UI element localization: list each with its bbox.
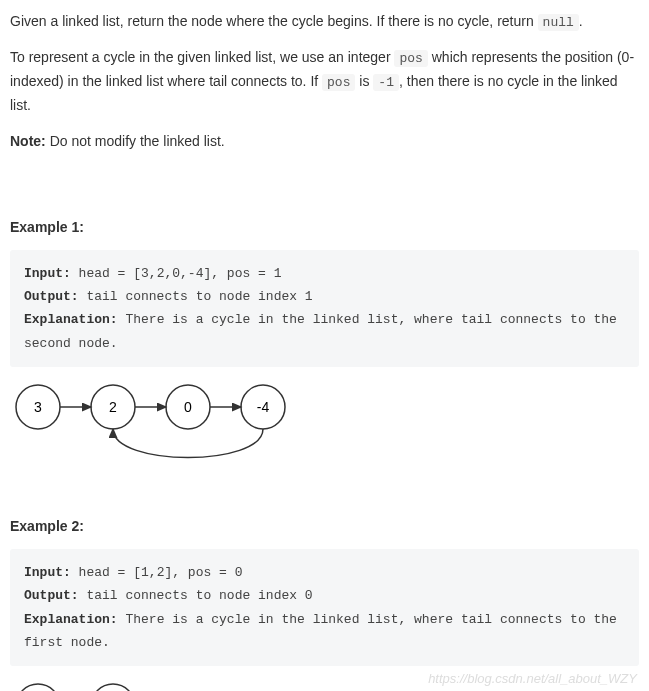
output-label: Output: xyxy=(24,289,79,304)
intro-paragraph-1: Given a linked list, return the node whe… xyxy=(10,10,639,34)
input-label: Input: xyxy=(24,266,71,281)
text: is xyxy=(355,73,373,89)
note-label: Note: xyxy=(10,133,46,149)
text: Given a linked list, return the node whe… xyxy=(10,13,538,29)
example2-heading: Example 2: xyxy=(10,515,639,539)
example1-heading: Example 1: xyxy=(10,216,639,240)
svg-point-8 xyxy=(91,684,135,691)
svg-point-7 xyxy=(16,684,60,691)
input-label: Input: xyxy=(24,565,71,580)
node-2: 2 xyxy=(109,399,117,415)
intro-paragraph-2: To represent a cycle in the given linked… xyxy=(10,46,639,118)
note-paragraph: Note: Do not modify the linked list. xyxy=(10,130,639,154)
explanation-label: Explanation: xyxy=(24,612,118,627)
code-pos: pos xyxy=(322,74,355,91)
output-label: Output: xyxy=(24,588,79,603)
note-text: Do not modify the linked list. xyxy=(46,133,225,149)
output-text: tail connects to node index 1 xyxy=(79,289,313,304)
text: . xyxy=(579,13,583,29)
output-text: tail connects to node index 0 xyxy=(79,588,313,603)
node-neg4: -4 xyxy=(257,399,270,415)
node-3: 3 xyxy=(34,399,42,415)
example1-block: Input: head = [3,2,0,-4], pos = 1 Output… xyxy=(10,250,639,368)
code-neg1: -1 xyxy=(373,74,399,91)
explanation-label: Explanation: xyxy=(24,312,118,327)
input-text: head = [3,2,0,-4], pos = 1 xyxy=(71,266,282,281)
node-0: 0 xyxy=(184,399,192,415)
watermark-text: https://blog.csdn.net/all_about_WZY xyxy=(428,668,637,690)
code-null: null xyxy=(538,14,579,31)
text: To represent a cycle in the given linked… xyxy=(10,49,394,65)
example2-block: Input: head = [1,2], pos = 0 Output: tai… xyxy=(10,549,639,667)
input-text: head = [1,2], pos = 0 xyxy=(71,565,243,580)
code-pos: pos xyxy=(394,50,427,67)
example1-diagram: 3 2 0 -4 xyxy=(10,377,639,485)
